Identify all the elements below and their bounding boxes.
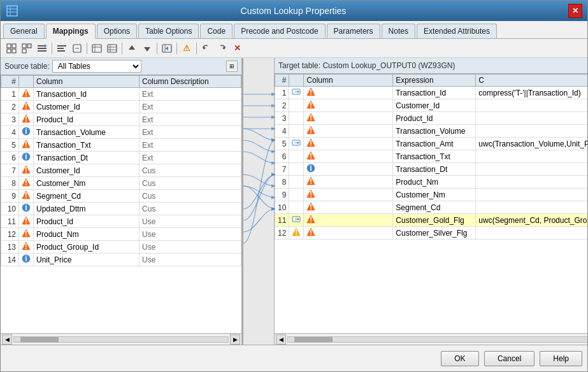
svg-text:!: !: [310, 88, 312, 97]
toolbar-btn-undo[interactable]: [199, 41, 213, 55]
source-table-row[interactable]: 3 ! Product_Id Ext: [1, 113, 241, 126]
svg-rect-20: [92, 45, 101, 52]
target-table-row[interactable]: 6 ! Transaction_Txt: [275, 150, 588, 163]
tab-extended[interactable]: Extended Attributes: [417, 24, 497, 38]
source-table-row[interactable]: 4 i Transaction_Volume Ext: [1, 126, 241, 139]
tab-precode[interactable]: Precode and Postcode: [234, 24, 325, 38]
source-row-icon: !: [19, 215, 34, 228]
source-table-row[interactable]: 9 ! Segment_Cd Cus: [1, 190, 241, 203]
tab-notes[interactable]: Notes: [382, 24, 415, 38]
source-table-row[interactable]: 7 ! Customer_Id Cus: [1, 164, 241, 177]
toolbar-btn-redo[interactable]: [215, 41, 229, 55]
toolbar-btn-map[interactable]: [160, 41, 174, 55]
target-scroll-left[interactable]: ◀: [276, 334, 286, 345]
source-hscrollbar[interactable]: ◀ ▶: [1, 333, 241, 345]
target-hscrollbar[interactable]: ◀ ▶: [275, 333, 587, 345]
toolbar-btn-1[interactable]: [20, 41, 34, 55]
source-table-container[interactable]: # Column Column Description 1 ! Transact…: [1, 75, 241, 333]
source-row-name: Product_Group_Id: [34, 241, 140, 254]
source-table-row[interactable]: 14 i Unit_Price Use: [1, 254, 241, 266]
source-table-row[interactable]: 13 ! Product_Group_Id Use: [1, 241, 241, 254]
source-scroll-left[interactable]: ◀: [2, 334, 12, 345]
target-table-row[interactable]: 10 ! Segment_Cd: [275, 201, 588, 214]
toolbar-btn-down[interactable]: [140, 41, 154, 55]
toolbar-btn-warn[interactable]: ⚠: [180, 41, 194, 55]
toolbar-btn-3[interactable]: [55, 41, 69, 55]
source-table-row[interactable]: 12 ! Product_Nm Use: [1, 228, 241, 241]
svg-rect-16: [57, 48, 64, 49]
target-table-row[interactable]: 7 i Transaction_Dt: [275, 163, 588, 176]
svg-text:i: i: [25, 127, 27, 136]
svg-rect-4: [7, 44, 11, 48]
tab-mappings[interactable]: Mappings: [46, 24, 96, 39]
tab-general[interactable]: General: [3, 24, 45, 38]
target-col-icon-type: [289, 75, 304, 87]
close-button[interactable]: ✕: [568, 4, 582, 18]
source-row-icon: i: [19, 126, 34, 139]
target-table-row[interactable]: 1 ! Transaction_Id compress('T-'||Transa…: [275, 87, 588, 99]
target-table-row[interactable]: 9 ! Customer_Nm: [275, 189, 588, 201]
target-scroll-track[interactable]: [287, 336, 587, 343]
toolbar-btn-delete[interactable]: ✕: [230, 41, 244, 55]
svg-text:i: i: [25, 152, 27, 161]
svg-text:!: !: [310, 177, 312, 186]
source-scroll-thumb[interactable]: [20, 337, 59, 342]
target-row-name: Customer_Silver_Flg: [393, 227, 476, 240]
source-row-name: Updated_Dttm: [34, 203, 140, 215]
target-row-num: 7: [275, 163, 289, 176]
tab-bar: General Mappings Options Table Options C…: [1, 21, 587, 39]
window: Custom Lookup Properties ✕ General Mappi…: [0, 0, 588, 372]
target-table-row[interactable]: 2 ! Customer_Id: [275, 99, 588, 112]
source-table-row[interactable]: 2 ! Customer_Id Ext: [1, 101, 241, 113]
toolbar-sep-6: [196, 43, 197, 54]
target-table-row[interactable]: 5 ! Transaction_Amt uwc(Transaction_Volu…: [275, 138, 588, 150]
target-row-expr: [476, 201, 587, 214]
svg-rect-17: [57, 50, 65, 52]
target-table-container[interactable]: # Column Expression C 1 ! Transaction_Id…: [275, 74, 587, 333]
toolbar-btn-2[interactable]: [35, 41, 49, 55]
source-row-icon: !: [19, 139, 34, 152]
toolbar-btn-6[interactable]: [105, 41, 119, 55]
target-row-num: 11: [275, 214, 289, 227]
source-row-name: Product_Nm: [34, 228, 140, 241]
source-panel-expand[interactable]: ⊞: [226, 61, 238, 72]
source-table-row[interactable]: 10 i Updated_Dttm Cus: [1, 203, 241, 215]
target-table-row[interactable]: 4 ! Transaction_Volume: [275, 125, 588, 138]
svg-marker-31: [165, 46, 168, 50]
toolbar-btn-4[interactable]: [70, 41, 84, 55]
source-table-select[interactable]: All Tables: [52, 60, 141, 73]
target-row-name: Product_Nm: [393, 176, 476, 189]
toolbar-btn-5[interactable]: [90, 41, 104, 55]
tab-code[interactable]: Code: [200, 24, 233, 38]
target-scroll-thumb[interactable]: [294, 337, 333, 342]
cancel-button[interactable]: Cancel: [484, 351, 534, 366]
target-row-name: Customer_Nm: [393, 189, 476, 201]
tab-parameters[interactable]: Parameters: [327, 24, 380, 38]
target-row-num: 5: [275, 138, 289, 150]
source-table-row[interactable]: 8 ! Customer_Nm Cus: [1, 177, 241, 190]
source-row-name: Product_Id: [34, 113, 140, 126]
target-row-icon: !: [304, 201, 393, 214]
ok-button[interactable]: OK: [441, 351, 479, 366]
source-table-row[interactable]: 5 ! Transaction_Txt Ext: [1, 139, 241, 152]
target-row-icon: !: [304, 112, 393, 125]
target-row-type-icon: [289, 201, 304, 214]
toolbar-btn-0[interactable]: [4, 41, 18, 55]
target-col-c: C: [476, 75, 587, 87]
toolbar-btn-up[interactable]: [125, 41, 139, 55]
target-row-icon: !: [304, 176, 393, 189]
tab-table-options[interactable]: Table Options: [138, 24, 199, 38]
source-scroll-track[interactable]: [13, 336, 229, 343]
target-table-row[interactable]: 11 ! Customer_Gold_Flg uwc(Segment_Cd, P…: [275, 214, 588, 227]
help-button[interactable]: Help: [540, 351, 582, 366]
source-table-row[interactable]: 11 ! Product_Id Use: [1, 215, 241, 228]
source-scroll-right[interactable]: ▶: [230, 334, 240, 345]
source-table-row[interactable]: 1 ! Transaction_Id Ext: [1, 88, 241, 101]
source-table-row[interactable]: 6 i Transaction_Dt Ext: [1, 152, 241, 164]
target-table-row[interactable]: 8 ! Product_Nm: [275, 176, 588, 189]
target-table-row[interactable]: 3 ! Product_Id: [275, 112, 588, 125]
target-table-row[interactable]: 12 ! ! Customer_Silver_Flg: [275, 227, 588, 240]
tab-options[interactable]: Options: [97, 24, 137, 38]
source-row-num: 8: [1, 177, 19, 190]
source-row-desc: Cus: [139, 190, 241, 203]
